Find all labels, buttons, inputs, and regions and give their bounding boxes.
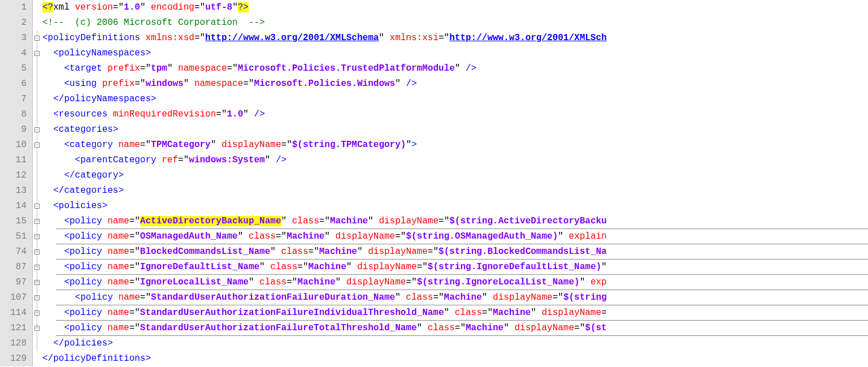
code-line[interactable]: <categories> xyxy=(42,122,868,137)
code-line[interactable]: </policyNamespaces> xyxy=(42,92,868,107)
code-line[interactable]: <?xml version="1.0" encoding="utf-8"?> xyxy=(42,0,868,15)
fold-guide xyxy=(33,336,41,351)
line-number: 14 xyxy=(3,198,27,214)
attr-value: IgnoreDefaultList_Name xyxy=(140,262,259,272)
attr-name: xmlns:xsd xyxy=(145,33,194,43)
code-line[interactable]: <policyNamespaces> xyxy=(42,46,868,61)
line-number: 74 xyxy=(3,244,27,260)
code-line[interactable]: </categories> xyxy=(42,183,868,198)
fold-toggle[interactable]: − xyxy=(33,122,41,137)
code-line-folded[interactable]: <policy name="StandardUserAuthorizationF… xyxy=(42,321,868,336)
attr-name: exp xyxy=(591,277,607,287)
bracket: < xyxy=(53,48,59,58)
code-line[interactable]: <resources minRequiredRevision="1.0" /> xyxy=(42,107,868,122)
attr-value: TPMCategory xyxy=(151,140,211,150)
code-line-folded[interactable]: <policy name="ActiveDirectoryBackup_Name… xyxy=(42,214,868,229)
bracket: < xyxy=(64,231,70,241)
line-number: 128 xyxy=(3,336,27,351)
indent xyxy=(42,63,64,74)
code-line-folded[interactable]: <policy name="IgnoreDefaultList_Name" cl… xyxy=(42,260,868,275)
tag: policy xyxy=(70,277,102,287)
attr-name: displayName xyxy=(336,231,396,241)
tag: policy xyxy=(80,292,113,303)
code-line[interactable]: <parentCategory ref="windows:System" /> xyxy=(42,153,868,168)
attr-value: $(st xyxy=(585,323,606,333)
attr-name: displayName xyxy=(368,247,428,257)
bracket: /> xyxy=(249,109,265,119)
fold-toggle[interactable]: + xyxy=(33,229,41,244)
attr-name: namespace xyxy=(194,79,243,89)
bracket: > xyxy=(118,185,124,196)
line-number: 15 xyxy=(3,214,27,229)
attr-value: 1.0 xyxy=(227,109,244,119)
attr-value-link[interactable]: http://www.w3.org/2001/XMLSchema xyxy=(205,33,379,43)
code-line-folded[interactable]: <policy name="BlockedCommandsList_Name" … xyxy=(42,244,868,260)
xml-decl-open: <? xyxy=(42,2,53,12)
line-number: 12 xyxy=(3,168,27,183)
code-line[interactable]: </policyDefinitions> xyxy=(42,351,868,366)
quote: " xyxy=(118,2,124,12)
code-line[interactable]: <target prefix="tpm" namespace="Microsof… xyxy=(42,61,868,76)
code-line[interactable]: </category> xyxy=(42,168,868,183)
code-area[interactable]: <?xml version="1.0" encoding="utf-8"?> <… xyxy=(41,0,868,366)
indent xyxy=(42,124,53,135)
code-line[interactable]: <policyDefinitions xmlns:xsd="http://www… xyxy=(42,31,868,46)
line-number: 9 xyxy=(3,122,27,137)
line-number: 10 xyxy=(3,137,27,153)
bracket: > xyxy=(151,94,157,104)
fold-toggle[interactable]: + xyxy=(33,321,41,336)
code-line[interactable]: <category name="TPMCategory" displayName… xyxy=(42,137,868,153)
attr-value: tpm xyxy=(151,63,167,74)
attr-value: $(string.IgnoreDefaultList_Name) xyxy=(428,262,601,272)
attr-name: class xyxy=(455,308,482,318)
tag: parentCategory xyxy=(80,155,156,165)
attr-value: $(string xyxy=(563,292,607,303)
code-line-folded[interactable]: <policy name="StandardUserAuthorizationF… xyxy=(42,290,868,305)
attr-value-link[interactable]: http://www.w3.org/2001/XMLSch xyxy=(449,33,606,43)
quote: " xyxy=(140,2,146,12)
tag: policies xyxy=(64,338,107,348)
fold-toggle[interactable]: − xyxy=(33,137,41,153)
fold-toggle[interactable]: + xyxy=(33,290,41,305)
tag: policyDefinitions xyxy=(53,353,145,364)
fold-toggle[interactable]: + xyxy=(33,275,41,290)
fold-toggle[interactable]: + xyxy=(33,260,41,275)
fold-toggle[interactable]: − xyxy=(33,31,41,46)
fold-toggle[interactable]: + xyxy=(33,305,41,321)
code-line[interactable]: <policies> xyxy=(42,198,868,214)
line-number: 11 xyxy=(3,153,27,168)
attr-name: ref xyxy=(162,155,178,165)
attr-name: name xyxy=(107,308,129,318)
fold-guide xyxy=(33,92,41,107)
attr-value: StandardUserAuthorizationFailureIndividu… xyxy=(140,308,444,318)
bracket: < xyxy=(75,155,81,165)
indent xyxy=(42,185,53,196)
code-line[interactable]: <using prefix="windows" namespace="Micro… xyxy=(42,76,868,92)
attr-name: version xyxy=(75,2,113,12)
bracket: > xyxy=(145,353,151,364)
indent xyxy=(42,338,53,348)
code-line[interactable]: <!-- (c) 2006 Microsoft Corporation --> xyxy=(42,15,868,31)
attr-value: $(string.IgnoreLocalList_Name) xyxy=(417,277,580,287)
attr-name: name xyxy=(118,140,140,150)
indent xyxy=(42,170,64,180)
comment: <!-- (c) 2006 Microsoft Corporation --> xyxy=(42,18,265,28)
code-line-folded[interactable]: <policy name="StandardUserAuthorizationF… xyxy=(42,305,868,321)
code-line-folded[interactable]: <policy name="IgnoreLocalList_Name" clas… xyxy=(42,275,868,290)
attr-name: class xyxy=(428,323,455,333)
line-number: 87 xyxy=(3,260,27,275)
indent xyxy=(42,216,64,226)
code-line[interactable]: </policies> xyxy=(42,336,868,351)
bracket: < xyxy=(64,79,70,89)
indent xyxy=(42,140,64,150)
fold-toggle[interactable]: − xyxy=(33,46,41,61)
attr-name: prefix xyxy=(107,63,140,74)
attr-value: $(string.OSManagedAuth_Name) xyxy=(406,231,558,241)
attr-value: BlockedCommandsList_Name xyxy=(140,247,270,257)
fold-toggle[interactable]: − xyxy=(33,198,41,214)
code-line-folded[interactable]: <policy name="OSManagedAuth_Name" class=… xyxy=(42,229,868,244)
bracket: < xyxy=(64,262,70,272)
fold-toggle[interactable]: + xyxy=(33,214,41,229)
fold-toggle[interactable]: + xyxy=(33,244,41,260)
line-number: 107 xyxy=(3,290,27,305)
